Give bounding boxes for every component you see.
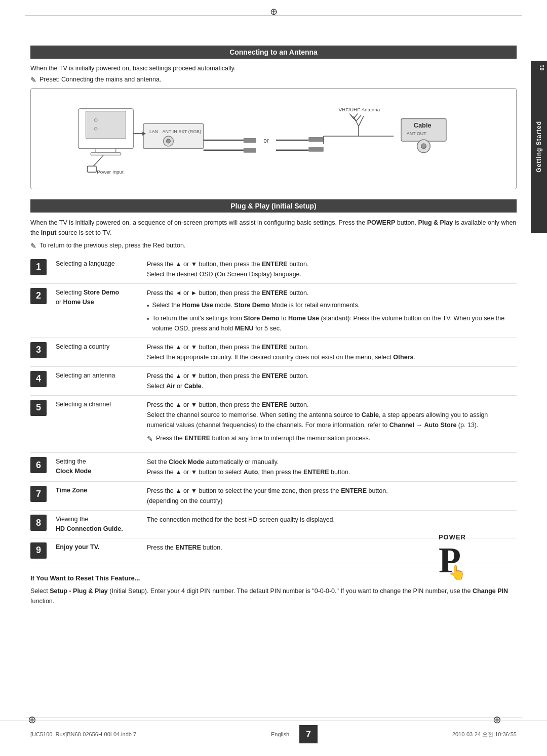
plug-play-bold: Plug & Play xyxy=(418,219,453,226)
antenna-desc1: When the TV is initially powered on, bas… xyxy=(30,64,517,73)
power-illustration: POWER P 👆 xyxy=(439,533,466,578)
svg-line-29 xyxy=(354,113,358,118)
plug-play-section: Plug & Play (Initial Setup) When the TV … xyxy=(30,199,517,607)
svg-text:EXT (RGB): EXT (RGB) xyxy=(178,129,201,134)
step-number-8: 8 xyxy=(30,515,47,531)
antenna-diagram: LAN ANT IN EXT (RGB) or xyxy=(30,88,517,189)
footer-file-info: [UC5100_Rus]BN68-02656H-00L04.indb 7 xyxy=(30,731,136,737)
footer: [UC5100_Rus]BN68-02656H-00L04.indb 7 Eng… xyxy=(0,721,547,743)
step-label-4: Selecting an antenna xyxy=(53,366,144,395)
step-number-6: 6 xyxy=(30,457,47,473)
antenna-section-header: Connecting to an Antenna xyxy=(30,46,517,59)
footer-date-info: 2010-03-24 오전 10:36:55 xyxy=(452,731,517,738)
step-desc-7: Press the ▲ or ▼ button to select the yo… xyxy=(144,482,517,511)
svg-line-27 xyxy=(356,115,361,121)
input-bold: Input xyxy=(41,229,57,236)
step-number-2: 2 xyxy=(30,288,47,304)
svg-text:or: or xyxy=(263,137,269,144)
bullet-1: • Select the Home Use mode. Store Demo M… xyxy=(147,300,514,311)
steps-container: 1 Selecting a language Press the ▲ or ▼ … xyxy=(30,255,517,563)
svg-rect-3 xyxy=(91,152,121,155)
step-desc-1: Press the ▲ or ▼ button, then press the … xyxy=(144,255,517,284)
plug-play-desc: When the TV is initially powered on, a s… xyxy=(30,218,517,238)
side-tab: 01 Getting Started xyxy=(531,61,547,233)
svg-text:Cable: Cable xyxy=(414,121,432,129)
table-row: 5 Selecting a channel Press the ▲ or ▼ b… xyxy=(30,395,517,452)
step-number-5: 5 xyxy=(30,400,47,416)
svg-rect-22 xyxy=(308,147,324,152)
antenna-diagram-svg: LAN ANT IN EXT (RGB) or xyxy=(41,96,506,181)
step-number-9: 9 xyxy=(30,542,47,559)
step-num-cell-7: 7 xyxy=(30,482,53,511)
svg-text:ANT IN: ANT IN xyxy=(163,129,177,134)
steps-table: 1 Selecting a language Press the ▲ or ▼ … xyxy=(30,255,517,563)
svg-line-28 xyxy=(349,113,354,118)
powerp-label: POWERP xyxy=(367,219,396,226)
page-border-bottom xyxy=(25,718,522,718)
svg-rect-2 xyxy=(96,149,116,153)
step-num-cell-8: 8 xyxy=(30,511,53,538)
page-border-top xyxy=(25,15,522,16)
plug-play-note: ✎ To return to the previous step, press … xyxy=(30,242,517,250)
svg-rect-17 xyxy=(244,138,256,143)
step-number-3: 3 xyxy=(30,342,47,358)
table-row: 2 Selecting Store Demoor Home Use Press … xyxy=(30,283,517,338)
step5-note: ✎ Press the ENTERE button at any time to… xyxy=(147,433,514,444)
svg-text:ANT OUT: ANT OUT xyxy=(407,131,426,136)
svg-rect-21 xyxy=(308,137,324,142)
step-num-cell-1: 1 xyxy=(30,255,53,284)
power-hand-icon: 👆 xyxy=(448,564,466,581)
footer-center: English 7 xyxy=(271,725,318,743)
step-label-9: Enjoy your TV. xyxy=(53,538,144,563)
power-p-container: P 👆 xyxy=(439,542,461,578)
step-number-1: 1 xyxy=(30,259,47,275)
table-row: 4 Selecting an antenna Press the ▲ or ▼ … xyxy=(30,366,517,395)
svg-rect-39 xyxy=(87,166,96,172)
table-row: 7 Time Zone Press the ▲ or ▼ button to s… xyxy=(30,482,517,511)
step-label-2: Selecting Store Demoor Home Use xyxy=(53,283,144,338)
svg-text:LAN: LAN xyxy=(149,129,158,134)
table-row: 1 Selecting a language Press the ▲ or ▼ … xyxy=(30,255,517,284)
bullet-2: • To return the unit's settings from Sto… xyxy=(147,313,514,333)
step-label-3: Selecting a country xyxy=(53,338,144,366)
svg-point-11 xyxy=(167,139,171,143)
antenna-section: Connecting to an Antenna When the TV is … xyxy=(30,46,517,189)
svg-text:Power Input: Power Input xyxy=(97,169,124,175)
plug-play-header: Plug & Play (Initial Setup) xyxy=(30,199,517,213)
antenna-preset-note: ✎ Preset: Connecting the mains and anten… xyxy=(30,76,517,84)
svg-rect-1 xyxy=(86,111,126,138)
step-label-5: Selecting a channel xyxy=(53,395,144,452)
if-reset-desc: Select Setup - Plug & Play (Initial Setu… xyxy=(30,586,517,606)
svg-rect-6 xyxy=(143,123,204,148)
svg-rect-18 xyxy=(244,148,256,153)
table-row: 3 Selecting a country Press the ▲ or ▼ b… xyxy=(30,338,517,366)
note-icon-2: ✎ xyxy=(30,242,36,250)
step-desc-2: Press the ◄ or ► button, then press the … xyxy=(144,283,517,338)
step-desc-3: Press the ▲ or ▼ button, then press the … xyxy=(144,338,517,366)
step-num-cell-3: 3 xyxy=(30,338,53,366)
step-label-7: Time Zone xyxy=(53,482,144,511)
step-label-8: Viewing theHD Connection Guide. xyxy=(53,511,144,538)
step-number-4: 4 xyxy=(30,371,47,387)
step-label-1: Selecting a language xyxy=(53,255,144,284)
footer-language: English xyxy=(271,731,289,737)
step-num-cell-4: 4 xyxy=(30,366,53,395)
side-tab-number: 01 xyxy=(539,65,545,70)
page-number: 7 xyxy=(299,725,318,743)
step-num-cell-9: 9 xyxy=(30,538,53,563)
table-row: 6 Setting theClock Mode Set the Clock Mo… xyxy=(30,453,517,482)
step-num-cell-5: 5 xyxy=(30,395,53,452)
step-desc-5: Press the ▲ or ▼ button, then press the … xyxy=(144,395,517,452)
step-label-6: Setting theClock Mode xyxy=(53,453,144,482)
step-desc-4: Press the ▲ or ▼ button, then press the … xyxy=(144,366,517,395)
step-num-cell-6: 6 xyxy=(30,453,53,482)
side-tab-text: Getting Started xyxy=(535,121,542,173)
step-number-7: 7 xyxy=(30,486,47,502)
note-icon: ✎ xyxy=(30,76,36,84)
svg-text:VHF/UHF Antenna: VHF/UHF Antenna xyxy=(338,106,380,112)
step-desc-6: Set the Clock Mode automatically or manu… xyxy=(144,453,517,482)
step-num-cell-2: 2 xyxy=(30,283,53,338)
svg-point-37 xyxy=(421,144,426,149)
